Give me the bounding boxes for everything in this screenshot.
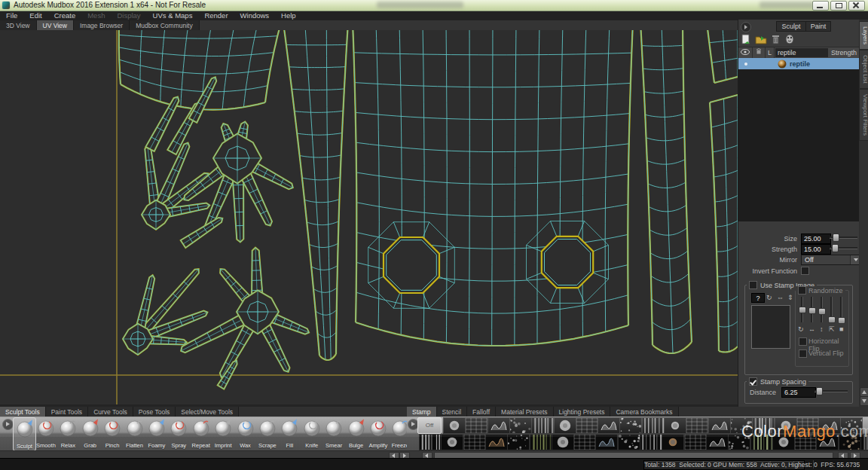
stamp-thumbnail[interactable] bbox=[441, 434, 463, 450]
minimize-button[interactable] bbox=[812, 1, 829, 11]
stamp-spacing-checkbox[interactable] bbox=[749, 377, 757, 386]
stamp-thumbnail[interactable] bbox=[463, 434, 486, 450]
invert-function-checkbox[interactable] bbox=[801, 267, 809, 275]
randomize-slider-5[interactable] bbox=[838, 297, 844, 322]
randomize-checkbox[interactable] bbox=[798, 286, 806, 295]
view-tab-uv-view[interactable]: UV View bbox=[37, 20, 74, 30]
randomize-stop-icon[interactable]: ■ bbox=[839, 325, 843, 333]
stamp-thumbnail[interactable] bbox=[509, 417, 532, 434]
stamp-thumbnail[interactable] bbox=[573, 434, 596, 450]
stamp-thumbnail[interactable] bbox=[419, 434, 442, 450]
stamp-thumbnail[interactable] bbox=[686, 417, 708, 434]
stamp-thumbnail[interactable] bbox=[443, 417, 466, 434]
tray-tab-sculpt-tools[interactable]: Sculpt Tools bbox=[0, 407, 46, 417]
menu-item-windows[interactable]: Windows bbox=[234, 11, 276, 20]
view-tab-mudbox-community[interactable]: Mudbox Community bbox=[130, 20, 200, 30]
distance-value[interactable]: 6.25 bbox=[781, 387, 816, 398]
side-tab-object-list[interactable]: Object List bbox=[859, 50, 868, 89]
uv-canvas[interactable] bbox=[0, 30, 738, 404]
stamp-preview[interactable] bbox=[751, 305, 790, 349]
tray-tab-curve-tools[interactable]: Curve Tools bbox=[88, 407, 133, 417]
randomize-export-icon[interactable]: ⇱ bbox=[829, 325, 835, 333]
stamp-tab-stamp[interactable]: Stamp bbox=[407, 407, 437, 417]
menu-item-edit[interactable]: Edit bbox=[23, 11, 47, 20]
open-folder-icon[interactable] bbox=[755, 34, 767, 44]
menu-item-file[interactable]: File bbox=[0, 11, 23, 20]
tray-tab-paint-tools[interactable]: Paint Tools bbox=[46, 407, 88, 417]
new-layer-icon[interactable] bbox=[741, 34, 751, 44]
stamp-thumbnail[interactable] bbox=[530, 434, 552, 450]
stamp-thumbnail[interactable] bbox=[554, 417, 576, 434]
tab-sculpt-layers[interactable]: Sculpt bbox=[776, 21, 806, 32]
view-tab-image-browser[interactable]: Image Browser bbox=[74, 20, 130, 30]
stamp-thumbnail[interactable] bbox=[664, 417, 686, 434]
stamp-tab-material-presets[interactable]: Material Presets bbox=[496, 407, 553, 417]
stamp-thumbnail[interactable] bbox=[576, 417, 598, 434]
layer-visibility-dot[interactable] bbox=[744, 63, 747, 66]
visibility-column-header[interactable] bbox=[738, 47, 753, 58]
stamp-tab-camera-bookmarks[interactable]: Camera Bookmarks bbox=[610, 407, 678, 417]
layer-row-reptile[interactable]: reptile bbox=[738, 58, 859, 69]
tray-tab-select-move-tools[interactable]: Select/Move Tools bbox=[176, 407, 239, 417]
menu-item-help[interactable]: Help bbox=[275, 11, 302, 20]
panel-expander-button[interactable] bbox=[741, 22, 751, 32]
stamp-thumbnail[interactable] bbox=[662, 434, 684, 450]
randomize-slider-2[interactable] bbox=[808, 297, 815, 322]
distance-slider[interactable] bbox=[815, 387, 848, 394]
stamp-tab-stencil[interactable]: Stencil bbox=[437, 407, 468, 417]
stamp-thumbnail[interactable] bbox=[706, 434, 729, 450]
randomize-h-icon[interactable]: ↔ bbox=[808, 325, 815, 333]
menu-item-create[interactable]: Create bbox=[48, 11, 82, 20]
use-stamp-image-checkbox[interactable] bbox=[749, 281, 757, 289]
stamp-pick-button[interactable]: ? bbox=[751, 293, 765, 303]
panel-scroll-down-button[interactable] bbox=[860, 396, 868, 406]
stamp-thumbnail[interactable] bbox=[618, 434, 640, 450]
tab-paint-layers[interactable]: Paint bbox=[805, 21, 831, 32]
side-tab-viewport-filters[interactable]: Viewport Filters bbox=[859, 89, 868, 141]
horizontal-flip-checkbox[interactable] bbox=[799, 337, 807, 346]
menu-item-render[interactable]: Render bbox=[198, 11, 234, 20]
side-tab-layers[interactable]: Layers bbox=[859, 21, 868, 50]
stamp-thumbnail[interactable] bbox=[619, 417, 642, 434]
stamp-thumbnail[interactable] bbox=[507, 434, 530, 450]
stamp-rotate-icon[interactable]: ↻ bbox=[766, 294, 772, 301]
view-tab-3d-view[interactable]: 3D View bbox=[0, 20, 37, 30]
randomize-slider-4[interactable] bbox=[828, 297, 834, 322]
uv-viewport[interactable] bbox=[0, 30, 738, 407]
maximize-button[interactable] bbox=[830, 1, 847, 11]
randomize-slider-3[interactable] bbox=[818, 297, 824, 322]
stamp-thumbnail[interactable] bbox=[465, 417, 487, 434]
stamp-flip-v-icon[interactable]: ⇕ bbox=[787, 294, 793, 301]
randomize-v-icon[interactable]: ↕ bbox=[820, 325, 824, 333]
stamp-thumbnail[interactable] bbox=[642, 417, 665, 434]
menu-item-display[interactable]: Display bbox=[111, 11, 146, 20]
stamp-thumbnail[interactable] bbox=[485, 434, 508, 450]
stamp-tab-lighting-presets[interactable]: Lighting Presets bbox=[554, 407, 611, 417]
layer-list-empty-area[interactable] bbox=[738, 69, 859, 221]
stamp-thumbnail[interactable] bbox=[531, 417, 554, 434]
vertical-flip-checkbox[interactable] bbox=[799, 349, 807, 358]
tray-tab-pose-tools[interactable]: Pose Tools bbox=[133, 407, 176, 417]
stamp-flip-h-icon[interactable]: ⇔ bbox=[777, 294, 784, 301]
mirror-dropdown[interactable]: Off bbox=[801, 255, 861, 265]
layer-name-field[interactable]: reptile bbox=[775, 48, 828, 57]
paint-column-header[interactable] bbox=[753, 47, 766, 58]
strength-column-header[interactable]: Strength bbox=[829, 47, 859, 58]
stamp-thumbnail[interactable] bbox=[708, 417, 731, 434]
stamp-off-button[interactable]: Off bbox=[417, 417, 442, 434]
stamp-thumbnail[interactable] bbox=[552, 434, 574, 450]
stamp-tab-falloff[interactable]: Falloff bbox=[467, 407, 496, 417]
strength-slider[interactable] bbox=[830, 244, 857, 251]
delete-layer-icon[interactable] bbox=[772, 34, 780, 44]
size-value[interactable]: 25.00 bbox=[801, 233, 831, 244]
menu-item-mesh[interactable]: Mesh bbox=[81, 11, 111, 20]
size-slider[interactable] bbox=[830, 233, 857, 240]
randomize-slider-1[interactable] bbox=[799, 297, 805, 322]
menu-item-uvs-maps[interactable]: UVs & Maps bbox=[147, 11, 199, 20]
stamp-thumbnail[interactable] bbox=[640, 434, 662, 450]
tool-freeze[interactable]: Freeze bbox=[390, 417, 407, 450]
randomize-rotate-icon[interactable]: ↻ bbox=[798, 325, 804, 333]
stamp-thumbnail[interactable] bbox=[595, 434, 618, 450]
stamp-thumbnail[interactable] bbox=[684, 434, 707, 450]
stamp-thumbnail[interactable] bbox=[487, 417, 510, 434]
